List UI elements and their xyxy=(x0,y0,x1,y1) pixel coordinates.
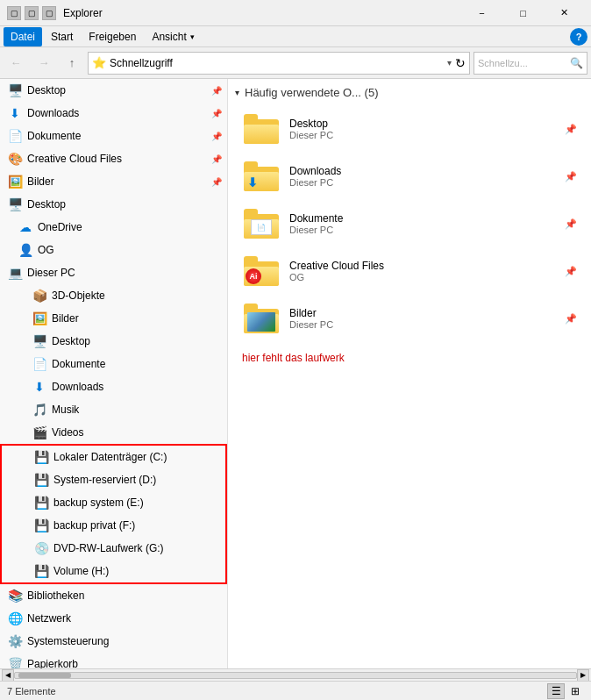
bilder-top-icon: 🖼️ xyxy=(7,174,23,189)
sidebar-item-laufwerk-e[interactable]: 💾 backup system (E:) xyxy=(2,491,225,514)
sidebar-item-netzwerk[interactable]: 🌐 Netzwerk xyxy=(0,607,227,630)
creative-file-name: Creative Cloud Files xyxy=(289,260,556,272)
bilder-file-info: Bilder Dieser PC xyxy=(289,307,556,330)
sidebar-item-systemsteuerung[interactable]: ⚙️ Systemsteuerung xyxy=(0,630,227,653)
bilder-file-name: Bilder xyxy=(289,307,556,319)
section-title: Häufig verwendete O... (5) xyxy=(245,86,378,99)
dokumente-top-icon: 📄 xyxy=(7,128,23,144)
sidebar-item-laufwerk-g[interactable]: 💿 DVD-RW-Laufwerk (G:) xyxy=(2,537,225,560)
laufwerk-e-icon: 💾 xyxy=(33,495,49,511)
sidebar-item-desktop-pc[interactable]: 🖥️ Desktop xyxy=(0,330,227,353)
menu-start[interactable]: Start xyxy=(44,27,80,46)
minimize-button[interactable]: − xyxy=(462,0,502,26)
sidebar-item-papierkorb[interactable]: 🗑️ Papierkorb xyxy=(0,653,227,668)
content-hscroll: ◀ ▶ xyxy=(0,668,591,681)
sidebar-item-label: Creative Cloud Files xyxy=(27,153,211,165)
hscroll-right-button[interactable]: ▶ xyxy=(577,669,589,682)
missing-drive-text: hier fehlt das laufwerk xyxy=(242,352,584,364)
titlebar-icon-3: ▢ xyxy=(42,6,56,20)
laufwerk-g-icon: 💿 xyxy=(33,540,49,556)
close-button[interactable]: ✕ xyxy=(545,0,584,26)
desktop-main-icon: 🖥️ xyxy=(7,196,23,212)
sidebar-item-label: Systemsteuerung xyxy=(27,635,227,647)
sidebar-item-videos[interactable]: 🎬 Videos xyxy=(0,421,227,444)
address-chevron-icon: ▾ xyxy=(447,58,452,68)
sidebar-item-desktop-top[interactable]: 🖥️ Desktop 📌 xyxy=(0,79,227,102)
sidebar-item-og[interactable]: 👤 OG xyxy=(0,239,227,261)
sidebar-item-3d[interactable]: 📦 3D-Objekte xyxy=(0,284,227,307)
creative-file-info: Creative Cloud Files OG xyxy=(289,260,556,282)
help-button[interactable]: ? xyxy=(570,28,587,46)
grid-view-button[interactable]: ⊞ xyxy=(566,683,584,699)
bibliotheken-icon: 📚 xyxy=(7,588,23,604)
up-button[interactable]: ↑ xyxy=(60,51,84,75)
sidebar-item-musik[interactable]: 🎵 Musik xyxy=(0,398,227,421)
sidebar-item-creative-top[interactable]: 🎨 Creative Cloud Files 📌 xyxy=(0,147,227,170)
pin-icon: 📌 xyxy=(211,109,222,118)
maximize-button[interactable]: □ xyxy=(503,0,543,26)
back-button[interactable]: ← xyxy=(4,51,28,75)
sidebar-item-label: Musik xyxy=(52,404,227,416)
file-grid: Desktop Dieser PC 📌 ⬇ Downloads xyxy=(235,106,584,341)
file-row-bilder[interactable]: Bilder Dieser PC 📌 xyxy=(235,296,584,341)
creative-pin-icon: 📌 xyxy=(565,266,577,277)
dokumente-file-icon: 📄 xyxy=(242,204,281,243)
sidebar-item-desktop-main[interactable]: 🖥️ Desktop xyxy=(0,193,227,216)
sidebar-item-label: Dieser PC xyxy=(27,267,227,279)
sidebar-item-dokumente-top[interactable]: 📄 Dokumente 📌 xyxy=(0,125,227,147)
netzwerk-icon: 🌐 xyxy=(7,611,23,626)
statusbar: 7 Elemente ☰ ⊞ xyxy=(0,681,591,700)
titlebar-buttons: − □ ✕ xyxy=(462,0,584,26)
menu-freigeben[interactable]: Freigeben xyxy=(82,27,143,46)
bilder-file-icon xyxy=(242,299,281,338)
search-input-placeholder: Schnellzu... xyxy=(478,58,566,68)
hscroll-left-button[interactable]: ◀ xyxy=(2,669,14,682)
details-view-button[interactable]: ☰ xyxy=(547,683,565,699)
desktop-file-icon xyxy=(242,110,281,148)
content-area: ▾ Häufig verwendete O... (5) Desktop Die… xyxy=(228,79,591,668)
menu-ansicht[interactable]: Ansicht ▾ xyxy=(145,27,201,46)
sidebar-item-bibliotheken[interactable]: 📚 Bibliotheken xyxy=(0,584,227,607)
sidebar-item-label: OneDrive xyxy=(38,221,227,233)
sidebar-item-bilder-top[interactable]: 🖼️ Bilder 📌 xyxy=(0,170,227,193)
sidebar-item-downloads-top[interactable]: ⬇ Downloads 📌 xyxy=(0,102,227,125)
file-row-creative[interactable]: Ai Creative Cloud Files OG 📌 xyxy=(235,248,584,294)
sidebar-item-dokumente-pc[interactable]: 📄 Dokumente xyxy=(0,353,227,375)
file-row-downloads[interactable]: ⬇ Downloads Dieser PC 📌 xyxy=(235,154,584,199)
downloads-pin-icon: 📌 xyxy=(565,171,577,182)
drives-section: 💾 Lokaler Datenträger (C:) 💾 System-rese… xyxy=(0,444,227,584)
sidebar-item-bilder-pc[interactable]: 🖼️ Bilder xyxy=(0,307,227,330)
dokumente-pc-icon: 📄 xyxy=(32,356,47,372)
dokumente-file-info: Dokumente Dieser PC xyxy=(289,212,556,235)
sidebar-item-dieser-pc[interactable]: 💻 Dieser PC xyxy=(0,261,227,284)
og-icon: 👤 xyxy=(18,242,33,258)
file-row-dokumente[interactable]: 📄 Dokumente Dieser PC 📌 xyxy=(235,201,584,246)
dokumente-file-location: Dieser PC xyxy=(289,225,556,235)
forward-button[interactable]: → xyxy=(32,51,56,75)
sidebar-item-laufwerk-f[interactable]: 💾 backup privat (F:) xyxy=(2,514,225,537)
bilder-pin-icon: 📌 xyxy=(565,313,577,325)
search-bar[interactable]: Schnellzu... 🔍 xyxy=(474,52,587,75)
address-bar[interactable]: ⭐ Schnellzugriff ▾ ↻ xyxy=(88,52,470,75)
sidebar: 🖥️ Desktop 📌 ⬇ Downloads 📌 📄 Dokumente 📌… xyxy=(0,79,228,668)
sidebar-item-laufwerk-c[interactable]: 💾 Lokaler Datenträger (C:) xyxy=(2,446,225,468)
sidebar-item-laufwerk-h[interactable]: 💾 Volume (H:) xyxy=(2,560,225,582)
bilder-file-location: Dieser PC xyxy=(289,319,556,330)
laufwerk-d-icon: 💾 xyxy=(33,472,49,488)
download-arrow-icon: ⬇ xyxy=(247,175,258,189)
titlebar: ▢ ▢ ▢ Explorer − □ ✕ xyxy=(0,0,591,26)
refresh-button[interactable]: ↻ xyxy=(455,56,466,70)
sidebar-item-onedrive[interactable]: ☁ OneDrive xyxy=(0,216,227,239)
menu-datei[interactable]: Datei xyxy=(4,27,42,46)
musik-icon: 🎵 xyxy=(32,402,47,418)
sidebar-item-label: Downloads xyxy=(52,381,227,393)
hscroll-thumb[interactable] xyxy=(18,673,71,678)
file-row-desktop[interactable]: Desktop Dieser PC 📌 xyxy=(235,106,584,152)
sidebar-item-label: DVD-RW-Laufwerk (G:) xyxy=(53,542,225,554)
sidebar-item-label: Dokumente xyxy=(27,130,211,142)
section-header: ▾ Häufig verwendete O... (5) xyxy=(235,86,584,99)
laufwerk-c-icon: 💾 xyxy=(33,449,49,465)
sidebar-item-laufwerk-d[interactable]: 💾 System-reserviert (D:) xyxy=(2,468,225,491)
sidebar-item-downloads-pc[interactable]: ⬇ Downloads xyxy=(0,375,227,398)
creative-top-icon: 🎨 xyxy=(7,151,23,167)
